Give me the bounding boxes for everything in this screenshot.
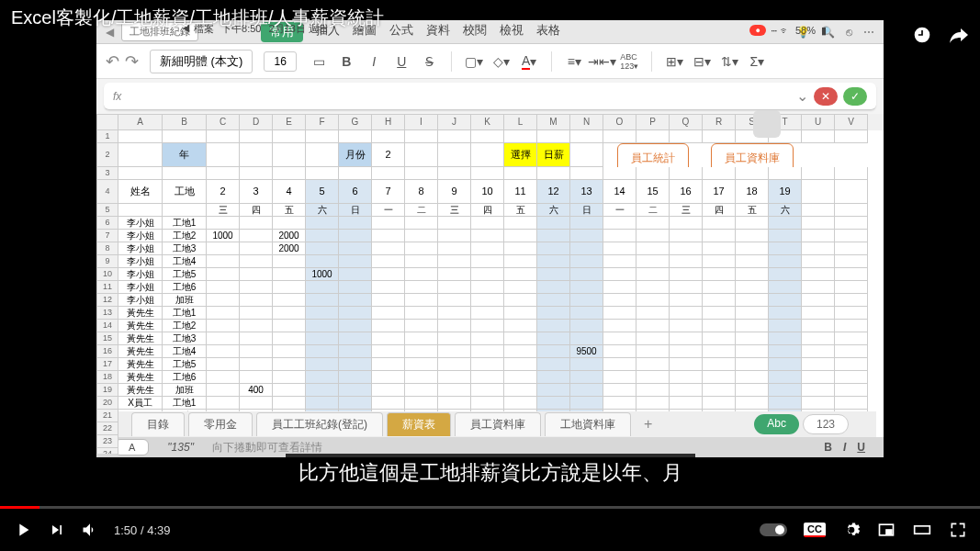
cell[interactable]: [504, 281, 537, 294]
cell[interactable]: [802, 294, 835, 307]
cell[interactable]: [703, 130, 736, 143]
cell[interactable]: [670, 167, 703, 180]
cell[interactable]: [504, 371, 537, 384]
cell[interactable]: [537, 242, 570, 255]
cell[interactable]: 工地3: [163, 242, 207, 255]
cell[interactable]: [703, 384, 736, 397]
cell[interactable]: 黃先生: [118, 384, 163, 397]
cell[interactable]: [570, 358, 603, 371]
cell[interactable]: [471, 242, 504, 255]
cell[interactable]: [636, 332, 670, 345]
cell[interactable]: 姓名: [118, 180, 163, 204]
row-header[interactable]: 14: [96, 320, 118, 332]
cell[interactable]: [703, 268, 736, 281]
cell[interactable]: [504, 307, 537, 320]
cell[interactable]: [438, 167, 471, 180]
cell[interactable]: [207, 281, 240, 294]
cell[interactable]: [438, 397, 471, 410]
cell[interactable]: [703, 320, 736, 332]
cell[interactable]: 黃先生: [118, 345, 163, 358]
cell[interactable]: [471, 307, 504, 320]
cell[interactable]: [703, 217, 736, 230]
cell[interactable]: [802, 384, 835, 397]
cell[interactable]: [736, 281, 769, 294]
row-header[interactable]: 1: [96, 130, 118, 143]
formula-bar[interactable]: fx ⌄ ✕ ✓: [104, 83, 876, 110]
cell[interactable]: [438, 281, 471, 294]
cell[interactable]: [835, 294, 868, 307]
cell[interactable]: [207, 255, 240, 268]
cell[interactable]: [603, 320, 636, 332]
cell[interactable]: [504, 217, 537, 230]
volume-button[interactable]: [81, 521, 99, 539]
cell[interactable]: [802, 332, 835, 345]
cell[interactable]: X員工: [118, 397, 163, 410]
cell[interactable]: 15: [636, 180, 670, 204]
cell[interactable]: [835, 230, 868, 242]
cell[interactable]: [306, 217, 339, 230]
cell[interactable]: [537, 345, 570, 358]
sheet-tab[interactable]: 零用金: [188, 412, 253, 436]
cell[interactable]: [273, 384, 306, 397]
row-header[interactable]: 13: [96, 307, 118, 320]
cell[interactable]: [118, 143, 163, 167]
cell[interactable]: [372, 130, 405, 143]
cell[interactable]: [240, 167, 273, 180]
cell[interactable]: [339, 217, 372, 230]
cell[interactable]: [570, 255, 603, 268]
autosum-button[interactable]: Σ▾: [746, 51, 768, 73]
cell[interactable]: 選擇: [504, 143, 537, 167]
sheet-tab[interactable]: 目錄: [131, 412, 185, 436]
cell[interactable]: 17: [703, 180, 736, 204]
cell[interactable]: [504, 332, 537, 345]
cell[interactable]: [802, 217, 835, 230]
cell[interactable]: [636, 130, 670, 143]
cell[interactable]: [504, 384, 537, 397]
cell[interactable]: 10: [471, 180, 504, 204]
cell[interactable]: [769, 167, 802, 180]
cell[interactable]: 李小姐: [118, 217, 163, 230]
stats-button[interactable]: 員工統計: [617, 143, 689, 167]
cell[interactable]: [802, 167, 835, 180]
cell[interactable]: [504, 167, 537, 180]
cell[interactable]: [372, 307, 405, 320]
cell[interactable]: 工地: [163, 180, 207, 204]
cell[interactable]: [306, 167, 339, 180]
cc-button[interactable]: CC: [804, 523, 826, 537]
cell[interactable]: [537, 130, 570, 143]
cell[interactable]: [240, 371, 273, 384]
cell[interactable]: 加班: [163, 294, 207, 307]
cell[interactable]: 員工統計: [603, 143, 703, 167]
cell[interactable]: [339, 384, 372, 397]
cell[interactable]: [240, 332, 273, 345]
cell[interactable]: [636, 281, 670, 294]
font-color-button[interactable]: A▾: [518, 51, 540, 73]
cell[interactable]: [703, 294, 736, 307]
cell[interactable]: [736, 371, 769, 384]
cell[interactable]: [802, 130, 835, 143]
undo-icon[interactable]: ↶: [106, 51, 119, 72]
cell[interactable]: [306, 281, 339, 294]
cell[interactable]: [603, 255, 636, 268]
cell[interactable]: 7: [372, 180, 405, 204]
cell[interactable]: [240, 143, 273, 167]
cell[interactable]: 工地4: [163, 345, 207, 358]
cell[interactable]: [835, 397, 868, 410]
cell[interactable]: 工地1: [163, 397, 207, 410]
cell[interactable]: 工地2: [163, 230, 207, 242]
cell[interactable]: [603, 371, 636, 384]
sheet-tab[interactable]: 員工資料庫: [455, 412, 541, 436]
cell[interactable]: [670, 332, 703, 345]
row-header[interactable]: 10: [96, 268, 118, 281]
cell[interactable]: [339, 255, 372, 268]
cell[interactable]: [438, 320, 471, 332]
abc-mode-button[interactable]: Abc: [754, 414, 799, 434]
cell[interactable]: [802, 371, 835, 384]
cell[interactable]: [405, 167, 438, 180]
cell[interactable]: 四: [471, 204, 504, 217]
col-header[interactable]: E: [273, 114, 306, 130]
cell[interactable]: [802, 255, 835, 268]
next-button[interactable]: [48, 521, 66, 539]
cell[interactable]: [703, 255, 736, 268]
cell[interactable]: [372, 281, 405, 294]
